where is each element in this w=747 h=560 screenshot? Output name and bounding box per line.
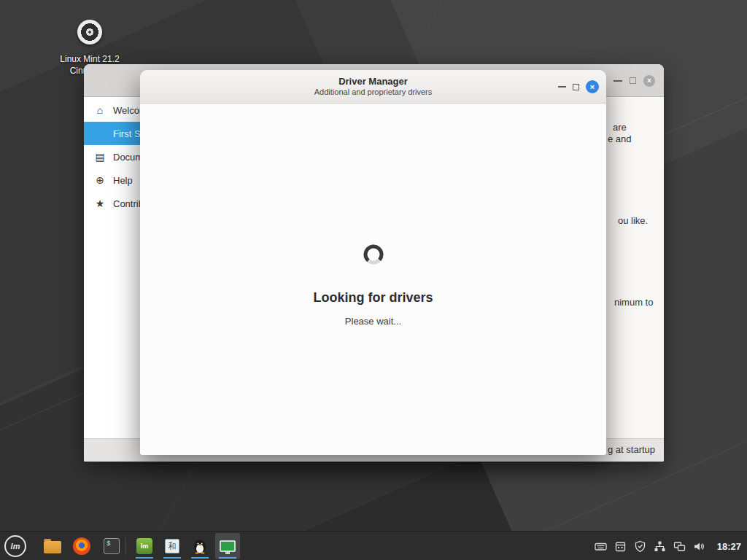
welcome-startup-checkbox-label[interactable]: g at startup [608, 444, 655, 455]
window-subtitle: Additional and proprietary drivers [140, 87, 606, 97]
close-icon[interactable]: × [643, 75, 655, 87]
input-method-icon: 和 [165, 539, 179, 553]
desktop: Linux Mint 21.2 Cinnamon × ⌂ Welcome Fir… [0, 0, 747, 560]
taskbar-window-welcome[interactable]: lm [132, 533, 157, 559]
workspaces-icon[interactable] [673, 540, 686, 553]
file-manager-icon[interactable] [44, 541, 61, 553]
minimize-icon[interactable] [558, 86, 566, 88]
welcome-text-fragment: e and [608, 133, 632, 144]
taskbar-window-driver-manager[interactable] [215, 533, 240, 559]
mint-welcome-icon: lm [136, 538, 152, 554]
shortcut-label-line1: Linux Mint 21.2 [49, 53, 131, 65]
mint-menu-button[interactable]: lm [4, 535, 26, 557]
driver-manager-icon [220, 540, 236, 552]
driver-manager-body: Looking for drivers Please wait... [140, 104, 606, 455]
shield-icon[interactable] [634, 540, 646, 553]
welcome-text-fragment: are [613, 122, 627, 133]
panel-separator [125, 537, 126, 555]
pin-icon [94, 128, 106, 139]
volume-icon[interactable] [693, 540, 705, 553]
disc-icon [77, 20, 102, 44]
taskbar-panel: lm $ lm 和 [0, 531, 747, 560]
penguin-icon [192, 538, 208, 554]
minimize-icon[interactable] [614, 80, 622, 82]
driver-manager-titlebar[interactable]: Driver Manager Additional and proprietar… [140, 70, 606, 104]
maximize-icon[interactable] [630, 77, 636, 84]
window-title: Driver Manager [140, 76, 606, 87]
firefox-icon[interactable] [73, 537, 90, 555]
welcome-text-fragment: ou like. [618, 215, 648, 226]
book-icon: ▤ [94, 151, 106, 163]
welcome-text-fragment: nimum to [614, 297, 653, 308]
terminal-icon[interactable]: $ [104, 538, 120, 554]
clock[interactable]: 18:27 [717, 541, 741, 552]
taskbar-window-input-method[interactable]: 和 [160, 533, 185, 559]
status-heading: Looking for drivers [140, 290, 606, 306]
network-icon[interactable] [654, 540, 666, 553]
home-icon: ⌂ [94, 104, 106, 116]
driver-manager-window: Driver Manager Additional and proprietar… [140, 70, 606, 455]
status-message: Please wait... [140, 316, 606, 327]
sidebar-item-label: Help [113, 175, 133, 186]
loading-spinner-icon [362, 243, 385, 266]
close-icon[interactable]: × [586, 80, 599, 93]
calendar-icon[interactable] [614, 540, 627, 553]
maximize-icon[interactable] [573, 84, 579, 90]
keyboard-icon[interactable] [595, 540, 607, 553]
taskbar-window-tux[interactable] [187, 533, 212, 559]
help-icon: ⊕ [94, 174, 106, 186]
star-icon: ★ [94, 198, 106, 209]
